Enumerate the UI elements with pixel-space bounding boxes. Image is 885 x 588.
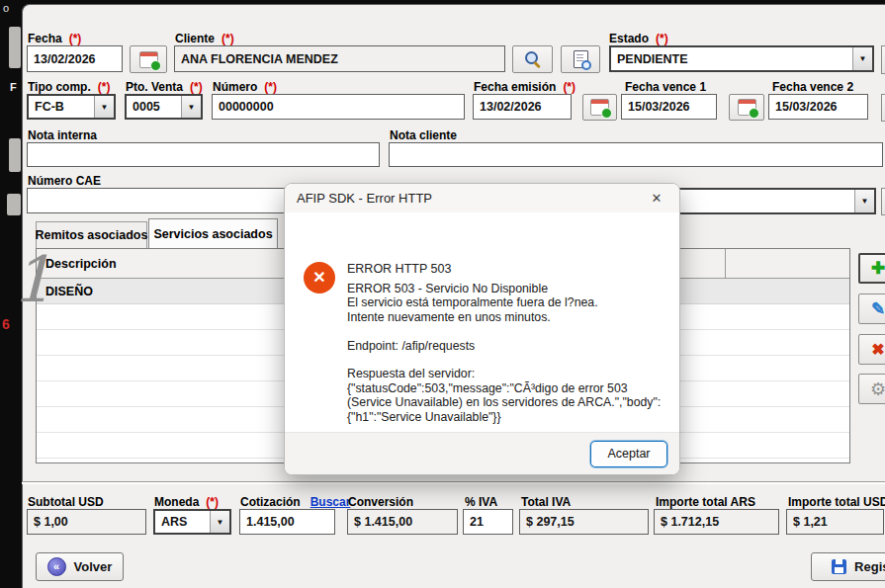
pto-venta-label: Pto. Venta(*) bbox=[126, 80, 203, 94]
calendar-icon bbox=[738, 99, 756, 116]
tipo-comp-label: Tipo comp.(*) bbox=[28, 80, 110, 94]
error-dialog: AFIP SDK - Error HTTP ✕ ✕ ERROR HTTP 503… bbox=[284, 183, 680, 475]
delete-x-icon: ✖ bbox=[871, 342, 884, 358]
cliente-preview-button[interactable] bbox=[561, 45, 600, 73]
buscar-link[interactable]: Buscar bbox=[310, 495, 351, 509]
column-divider bbox=[725, 249, 726, 279]
tab-servicios-asociados[interactable]: Servicios asociados bbox=[148, 218, 278, 248]
tipo-comp-value: FC-B bbox=[29, 96, 94, 118]
settings-row-button[interactable]: ⚙ bbox=[858, 374, 885, 404]
nota-cliente-label: Nota cliente bbox=[390, 128, 457, 142]
nota-cliente-input[interactable] bbox=[389, 142, 883, 167]
calendar-icon bbox=[139, 51, 158, 68]
cutoff-button[interactable] bbox=[881, 45, 885, 74]
moneda-value: ARS bbox=[155, 511, 210, 533]
pto-venta-value: 0005 bbox=[127, 96, 181, 118]
registrar-label: Registr bbox=[854, 559, 885, 574]
fecha-label: Fecha(*) bbox=[28, 32, 81, 45]
cotizacion-label: CotizaciónBuscar bbox=[240, 495, 350, 509]
tipo-comp-select[interactable]: FC-B ▼ bbox=[27, 94, 116, 120]
dialog-content: ✕ ERROR HTTP 503 ERROR 503 - Servicio No… bbox=[285, 212, 679, 432]
delete-row-button[interactable]: ✖ bbox=[858, 334, 885, 365]
aceptar-button[interactable]: Aceptar bbox=[590, 441, 667, 467]
section-divider bbox=[22, 481, 885, 484]
fecha-calendar-button[interactable] bbox=[130, 45, 167, 73]
search-icon bbox=[524, 50, 542, 68]
cliente-search-button[interactable] bbox=[512, 45, 553, 73]
importe-usd-label: Importe total USD bbox=[788, 495, 885, 509]
volver-label: Volver bbox=[74, 559, 113, 574]
screen: { "background_window": { "glyph_top": "o… bbox=[0, 0, 885, 588]
fecha-input[interactable] bbox=[27, 45, 123, 72]
fecha-vence2-label: Fecha vence 2 bbox=[772, 80, 853, 94]
dialog-footer: Aceptar bbox=[285, 432, 679, 474]
cutoff-button[interactable] bbox=[881, 188, 885, 215]
subtotal-input bbox=[27, 509, 146, 535]
tab-remitos-asociados[interactable]: Remitos asociados bbox=[36, 221, 147, 248]
estado-label: Estado(*) bbox=[609, 32, 668, 45]
fecha-vence1-input[interactable] bbox=[621, 94, 717, 120]
nota-interna-input[interactable] bbox=[27, 142, 380, 167]
dialog-title: AFIP SDK - Error HTTP bbox=[297, 191, 646, 206]
total-iva-label: Total IVA bbox=[521, 495, 571, 509]
save-floppy-icon bbox=[832, 559, 846, 574]
background-glyph-o: o bbox=[3, 2, 9, 14]
chevron-down-icon[interactable]: ▼ bbox=[852, 47, 872, 70]
chevron-down-icon[interactable]: ▼ bbox=[854, 190, 874, 212]
numero-cae-label: Número CAE bbox=[28, 174, 101, 188]
registrar-button[interactable]: Registr bbox=[811, 552, 885, 581]
document-preview-icon bbox=[574, 50, 588, 68]
background-glyph-six: 6 bbox=[2, 316, 10, 332]
gear-icon: ⚙ bbox=[870, 380, 885, 398]
numero-input[interactable] bbox=[212, 94, 465, 120]
error-message: ERROR 503 - Servicio No Disponible El se… bbox=[347, 282, 673, 453]
iva-pct-input[interactable] bbox=[463, 509, 513, 535]
plus-icon: ✚ bbox=[871, 260, 885, 277]
moneda-label: Moneda(*) bbox=[154, 495, 219, 509]
moneda-select[interactable]: ARS ▼ bbox=[153, 509, 231, 535]
cliente-input bbox=[174, 45, 505, 72]
error-icon: ✕ bbox=[304, 262, 335, 294]
volver-button[interactable]: « Volver bbox=[36, 552, 124, 581]
cliente-label: Cliente(*) bbox=[175, 32, 234, 45]
numero-label: Número(*) bbox=[213, 80, 277, 94]
calendar-icon bbox=[590, 99, 609, 116]
error-heading: ERROR HTTP 503 bbox=[347, 262, 451, 276]
chevron-down-icon[interactable]: ▼ bbox=[210, 511, 229, 533]
fecha-emision-input[interactable] bbox=[473, 94, 572, 120]
back-icon: « bbox=[47, 557, 66, 576]
fecha-emision-label: Fecha emisión(*) bbox=[474, 80, 575, 94]
subtotal-label: Subtotal USD bbox=[28, 495, 104, 509]
dialog-titlebar: AFIP SDK - Error HTTP ✕ bbox=[285, 184, 679, 212]
fecha-vence2-input[interactable] bbox=[768, 94, 868, 120]
chevron-down-icon[interactable]: ▼ bbox=[181, 96, 201, 118]
fecha-emision-calendar-button[interactable] bbox=[582, 94, 617, 121]
edit-row-button[interactable]: ✎ bbox=[858, 294, 885, 324]
close-icon[interactable]: ✕ bbox=[646, 188, 667, 210]
background-fragment bbox=[9, 27, 21, 68]
add-row-button[interactable]: ✚ bbox=[858, 253, 885, 284]
importe-ars-input bbox=[654, 509, 779, 535]
chevron-down-icon[interactable]: ▼ bbox=[94, 96, 114, 118]
nota-interna-label: Nota interna bbox=[28, 128, 97, 142]
background-fragment bbox=[7, 194, 21, 215]
estado-select[interactable]: PENDIENTE ▼ bbox=[609, 45, 874, 72]
pencil-icon: ✎ bbox=[871, 300, 885, 317]
total-iva-input bbox=[519, 509, 649, 535]
estado-value: PENDIENTE bbox=[611, 47, 852, 70]
importe-ars-label: Importe total ARS bbox=[656, 495, 755, 509]
conversion-input bbox=[347, 509, 458, 535]
background-glyph-one: 1 bbox=[12, 243, 52, 316]
iva-pct-label: % IVA bbox=[465, 495, 497, 509]
pto-venta-select[interactable]: 0005 ▼ bbox=[125, 94, 203, 120]
importe-usd-input bbox=[786, 509, 884, 535]
background-glyph-f: F bbox=[10, 81, 17, 93]
cutoff-button[interactable] bbox=[881, 94, 885, 122]
fecha-vence1-label: Fecha vence 1 bbox=[625, 80, 706, 94]
cotizacion-input[interactable] bbox=[239, 509, 335, 535]
conversion-label: Conversión bbox=[348, 495, 413, 509]
background-fragment bbox=[9, 138, 21, 172]
fecha-vence1-calendar-button[interactable] bbox=[729, 94, 764, 121]
